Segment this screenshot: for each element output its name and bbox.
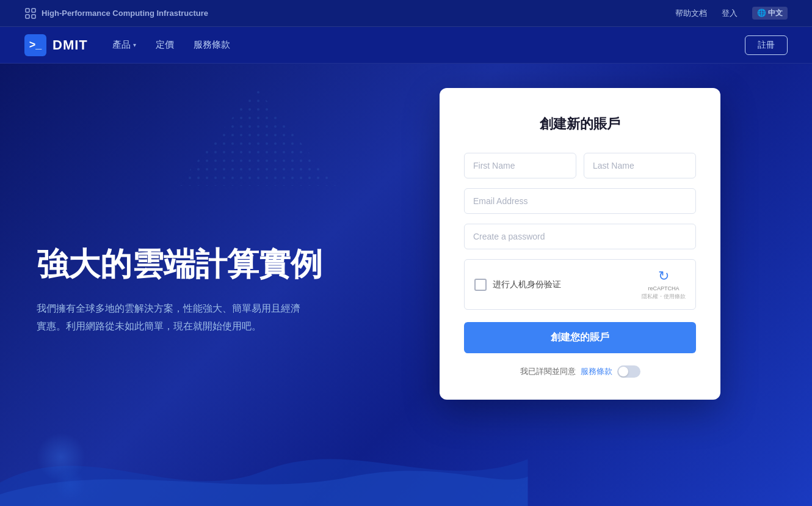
name-row bbox=[464, 153, 696, 178]
terms-toggle[interactable] bbox=[617, 365, 640, 378]
lang-text: 中文 bbox=[768, 9, 783, 17]
create-account-button[interactable]: 創建您的賬戶 bbox=[464, 322, 696, 353]
captcha-right: ↻ reCAPTCHA 隱私權・使用條款 bbox=[642, 268, 686, 301]
email-group bbox=[464, 188, 696, 214]
registration-card: 創建新的賬戶 进行人机身份验证 ↻ bbox=[440, 88, 720, 400]
hero-section: 強大的雲端計算實例 我們擁有全球多地的雲解決方案，性能強大、簡單易用且經濟實惠。… bbox=[0, 64, 812, 506]
nav-terms[interactable]: 服務條款 bbox=[194, 39, 230, 51]
recaptcha-icon: ↻ bbox=[658, 268, 669, 284]
password-input[interactable] bbox=[464, 224, 696, 249]
logo[interactable]: >_ DMIT bbox=[24, 34, 88, 56]
top-bar-actions: 帮助文档 登入 🌐 中文 bbox=[675, 7, 788, 20]
captcha-left: 进行人机身份验证 bbox=[474, 279, 561, 291]
password-group bbox=[464, 224, 696, 249]
captcha-label: 进行人机身份验证 bbox=[493, 279, 561, 290]
recaptcha-label: reCAPTCHA bbox=[648, 285, 679, 292]
nav-left: >_ DMIT 產品 ▾ 定價 服務條款 bbox=[24, 34, 230, 56]
recaptcha-links: 隱私權・使用條款 bbox=[642, 293, 686, 301]
main-nav: >_ DMIT 產品 ▾ 定價 服務條款 註冊 bbox=[0, 27, 812, 64]
logo-text: DMIT bbox=[53, 37, 88, 53]
logo-icon: >_ bbox=[24, 34, 46, 56]
hero-right-form: 創建新的賬戶 进行人机身份验证 ↻ bbox=[427, 64, 745, 506]
form-title: 創建新的賬戶 bbox=[464, 115, 696, 133]
lang-flag: 🌐 bbox=[757, 9, 766, 17]
nav-products[interactable]: 產品 ▾ bbox=[112, 39, 136, 51]
captcha-checkbox[interactable] bbox=[474, 279, 487, 291]
captcha-box[interactable]: 进行人机身份验证 ↻ reCAPTCHA 隱私權・使用條款 bbox=[464, 259, 696, 310]
register-button[interactable]: 註冊 bbox=[745, 35, 788, 55]
chevron-down-icon: ▾ bbox=[133, 42, 136, 48]
terms-prefix: 我已詳閱並同意 bbox=[520, 366, 576, 377]
nav-items: 產品 ▾ 定價 服務條款 bbox=[112, 39, 230, 51]
logo-symbol: >_ bbox=[29, 38, 42, 51]
first-name-input[interactable] bbox=[464, 153, 576, 178]
top-bar-brand: High-Performance Computing Infrastructur… bbox=[24, 7, 208, 20]
terms-link[interactable]: 服務條款 bbox=[581, 366, 612, 377]
email-input[interactable] bbox=[464, 188, 696, 214]
hero-description: 我們擁有全球多地的雲解決方案，性能強大、簡單易用且經濟實惠。利用網路從未如此簡單… bbox=[37, 300, 305, 336]
help-link[interactable]: 帮助文档 bbox=[675, 8, 707, 19]
svg-rect-2 bbox=[26, 15, 29, 18]
hero-left-content: 強大的雲端計算實例 我們擁有全球多地的雲解決方案，性能強大、簡單易用且經濟實惠。… bbox=[0, 64, 427, 506]
svg-rect-3 bbox=[32, 15, 35, 18]
grid-icon bbox=[24, 7, 37, 20]
terms-row: 我已詳閱並同意 服務條款 bbox=[464, 365, 696, 378]
svg-rect-1 bbox=[32, 9, 35, 12]
brand-name: High-Performance Computing Infrastructur… bbox=[42, 9, 208, 18]
nav-pricing[interactable]: 定價 bbox=[156, 39, 174, 51]
hero-title: 強大的雲端計算實例 bbox=[37, 246, 391, 283]
top-bar: High-Performance Computing Infrastructur… bbox=[0, 0, 812, 27]
language-selector[interactable]: 🌐 中文 bbox=[752, 7, 788, 20]
svg-rect-0 bbox=[26, 9, 29, 12]
last-name-input[interactable] bbox=[584, 153, 696, 178]
login-link[interactable]: 登入 bbox=[722, 8, 738, 19]
